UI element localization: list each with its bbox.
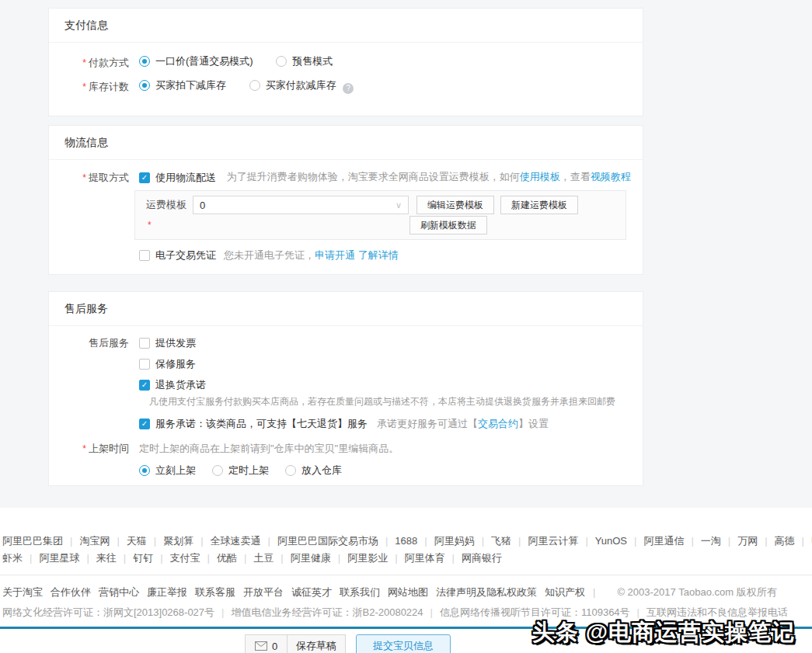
- stock-count-label: *库存计数: [49, 79, 129, 95]
- footer-family-link[interactable]: 阿里健康: [291, 552, 331, 564]
- checkbox-invoice[interactable]: 提供发票: [139, 335, 196, 351]
- footer-family-link[interactable]: 淘宝网: [79, 535, 110, 547]
- radio-shelf-now[interactable]: 立刻上架: [139, 463, 196, 478]
- footer-family-link[interactable]: 天猫: [127, 535, 147, 547]
- license-text: 网络文化经营许可证：浙网文[2013]0268-027号: [2, 606, 214, 618]
- about-links-row: 关于淘宝合作伙伴营销中心廉正举报联系客服开放平台诚征英才联系我们网站地图法律声明…: [2, 582, 812, 603]
- separator: |: [30, 552, 32, 564]
- checkbox-returns[interactable]: ✓退换货承诺: [139, 377, 206, 393]
- returns-row: ✓退换货承诺: [139, 377, 643, 393]
- footer-family-link[interactable]: 阿里影业: [347, 552, 388, 564]
- service-promise-row: ✓服务承诺：该类商品，可支持【七天退货】服务 承诺更好服务可通过【交易合约】设置: [139, 416, 643, 432]
- refresh-template-button[interactable]: 刷新模板数据: [409, 216, 487, 234]
- footer-family-link[interactable]: 虾米: [2, 552, 23, 564]
- footer-about-link[interactable]: 诚征英才: [291, 586, 332, 598]
- footer-family-link[interactable]: 阿里妈妈: [434, 535, 475, 547]
- footer-family-link[interactable]: 支付宝: [170, 552, 200, 564]
- aftersale-label: 售后服务: [49, 335, 129, 351]
- footer-family-link[interactable]: 万网: [737, 535, 758, 547]
- radio-presale[interactable]: 预售模式: [276, 54, 333, 69]
- separator: |: [86, 552, 89, 564]
- footer-about-link[interactable]: 联系我们: [340, 586, 380, 598]
- radio-shelf-timed[interactable]: 定时上架: [212, 463, 269, 478]
- trade-contract-link[interactable]: 交易合约: [478, 418, 518, 429]
- footer-about-link[interactable]: 关于淘宝: [2, 586, 43, 598]
- evoucher-detail-link[interactable]: 了解详情: [358, 249, 399, 261]
- footer: 阿里巴巴集团|淘宝网|天猫|聚划算|全球速卖通|阿里巴巴国际交易市场|1688|…: [0, 508, 812, 623]
- footer-about-link[interactable]: 合作伙伴: [51, 586, 91, 598]
- footer-family-link[interactable]: 钉钉: [133, 552, 153, 564]
- footer-family-link[interactable]: 网商银行: [462, 552, 502, 564]
- footer-family-link[interactable]: 飞猪: [491, 535, 511, 547]
- footer-about-link[interactable]: 廉正举报: [147, 586, 187, 598]
- footer-about-link[interactable]: 网站地图: [388, 586, 428, 598]
- pickup-row: *提取方式 ✓使用物流配送 为了提升消费者购物体验，淘宝要求全网商品设置运费模板…: [49, 169, 643, 186]
- radio-stock-on-order[interactable]: 买家拍下减库存: [139, 78, 226, 93]
- checkbox-evoucher[interactable]: 电子交易凭证: [139, 248, 216, 263]
- footer-family-link[interactable]: 高德: [775, 535, 795, 547]
- footer-family-link[interactable]: 阿里云计算: [528, 535, 578, 547]
- invoice-row: 售后服务 提供发票: [49, 335, 643, 351]
- page: 支付信息 *付款方式 一口价(普通交易模式) 预售模式 *库存计数 买家拍下减库…: [0, 0, 812, 653]
- footer-family-link[interactable]: 1688: [395, 535, 417, 547]
- edit-freight-template-button[interactable]: 编辑运费模板: [416, 196, 494, 214]
- use-template-link[interactable]: 使用模板: [520, 171, 560, 182]
- footer-family-link[interactable]: 阿里巴巴国际交易市场: [277, 535, 378, 547]
- radio-icon: [249, 80, 260, 91]
- save-draft-button[interactable]: 保存草稿: [287, 634, 346, 653]
- new-freight-template-button[interactable]: 新建运费模板: [500, 196, 578, 214]
- apply-evoucher-link[interactable]: 申请开通: [315, 249, 355, 261]
- aftersale-section: 售后服务 售后服务 提供发票 保修服务 ✓退换货承诺 凡使用支付宝服务付款购买本…: [48, 291, 643, 486]
- separator: |: [338, 552, 340, 564]
- separator: |: [207, 552, 210, 564]
- footer-family-link[interactable]: 全球速卖通: [211, 535, 261, 547]
- freight-template-select[interactable]: 0 ∨: [193, 196, 409, 214]
- footer-family-link[interactable]: 阿里巴巴集团: [2, 535, 63, 547]
- logistics-section: 物流信息 *提取方式 ✓使用物流配送 为了提升消费者购物体验，淘宝要求全网商品设…: [48, 125, 643, 275]
- checkbox-warranty[interactable]: 保修服务: [139, 356, 196, 372]
- footer-family-link[interactable]: 一淘: [701, 535, 721, 547]
- separator: |: [70, 535, 72, 547]
- footer-about-link[interactable]: 联系客服: [195, 586, 235, 598]
- separator: |: [395, 552, 397, 564]
- footer-about-link[interactable]: 营销中心: [99, 586, 139, 598]
- footer-family-link[interactable]: YunOS: [595, 535, 627, 547]
- radio-fixed-price[interactable]: 一口价(普通交易模式): [139, 54, 253, 69]
- submit-product-button[interactable]: 提交宝贝信息: [356, 634, 451, 653]
- freight-template-value: 0: [200, 200, 205, 211]
- footer-family-link[interactable]: 阿里星球: [39, 552, 79, 564]
- shelf-time-hint: 定时上架的商品在上架前请到"仓库中的宝贝"里编辑商品。: [139, 441, 399, 457]
- payment-section-title: 支付信息: [49, 9, 643, 43]
- checkbox-use-logistics[interactable]: ✓使用物流配送: [139, 170, 216, 186]
- help-icon[interactable]: ?: [343, 83, 354, 94]
- form-area: 支付信息 *付款方式 一口价(普通交易模式) 预售模式 *库存计数 买家拍下减库…: [0, 0, 812, 508]
- footer-family-link[interactable]: 阿里体育: [405, 552, 445, 564]
- separator: |: [691, 535, 693, 547]
- separator: |: [482, 535, 484, 547]
- radio-stock-on-payment[interactable]: 买家付款减库存: [249, 78, 336, 93]
- separator: |: [268, 535, 270, 547]
- watermark-text: 头条 @电商运营实操笔记: [532, 617, 795, 648]
- footer-family-link[interactable]: 优酷: [217, 552, 237, 564]
- footer-family-link[interactable]: 来往: [96, 552, 117, 564]
- checkbox-icon: ✓: [139, 172, 150, 183]
- footer-family-link[interactable]: 阿里通信: [643, 535, 684, 547]
- footer-about-link[interactable]: 知识产权: [545, 586, 585, 598]
- checkbox-icon: ✓: [139, 419, 150, 429]
- radio-icon: [285, 465, 296, 476]
- checkbox-service-promise[interactable]: ✓服务承诺：该类商品，可支持【七天退货】服务: [139, 416, 368, 432]
- pay-method-row: *付款方式 一口价(普通交易模式) 预售模式: [49, 54, 643, 71]
- aftersale-section-title: 售后服务: [49, 292, 643, 326]
- footer-about-link[interactable]: 开放平台: [243, 586, 284, 598]
- separator: |: [728, 535, 730, 547]
- radio-icon: [212, 465, 223, 476]
- footer-about-link[interactable]: 法律声明及隐私权政策: [436, 586, 537, 598]
- shelf-time-options: 立刻上架 定时上架 放入仓库: [139, 463, 643, 478]
- footer-family-link[interactable]: 聚划算: [163, 535, 193, 547]
- message-count-button[interactable]: 0: [245, 634, 288, 653]
- footer-family-link[interactable]: 土豆: [253, 552, 274, 564]
- separator: |: [585, 535, 587, 547]
- radio-shelf-warehouse[interactable]: 放入仓库: [285, 463, 342, 478]
- video-tutorial-link[interactable]: 视频教程: [591, 171, 631, 182]
- separator: |: [802, 535, 804, 547]
